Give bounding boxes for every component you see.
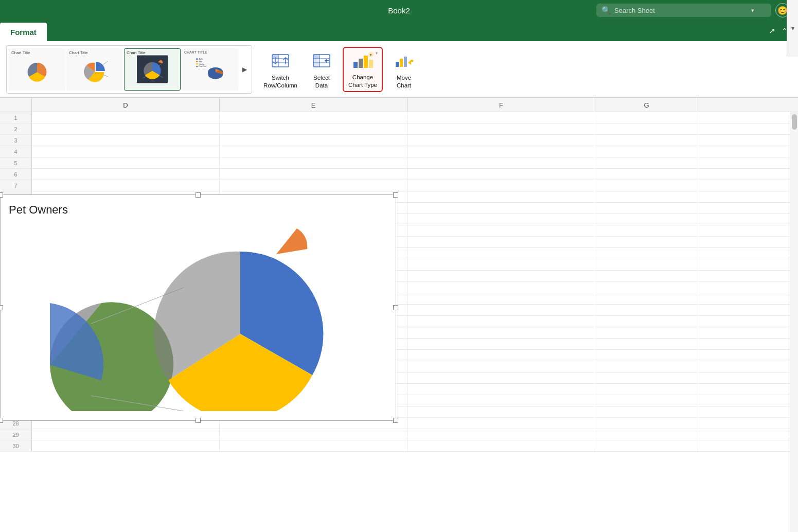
change-chart-type-button[interactable]: ▾ Change Chart Type ▾: [343, 47, 383, 92]
chart-style-2[interactable]: Chart Title: [66, 48, 123, 91]
search-bar[interactable]: 🔍 ▾: [596, 4, 771, 17]
switch-rowcol-button[interactable]: Switch Row/Column: [260, 47, 300, 92]
svg-line-1: [102, 61, 108, 65]
table-row: 29: [0, 429, 798, 440]
chart-handle-e[interactable]: [393, 305, 398, 310]
chart-handle-n[interactable]: [196, 192, 201, 198]
ribbon-collapse-icon: ▾: [791, 25, 794, 32]
svg-rect-34: [396, 62, 399, 67]
move-chart-button[interactable]: Move Chart: [384, 47, 424, 92]
svg-line-2: [103, 75, 108, 77]
svg-text:▾: ▾: [370, 53, 372, 57]
col-header-f[interactable]: F: [407, 98, 595, 112]
column-headers: D E F G: [0, 98, 798, 112]
change-chart-type-label: Change Chart Type: [348, 74, 377, 89]
title-bar-right: 🔍 ▾ 😊: [596, 3, 790, 17]
table-row: 5: [0, 157, 798, 169]
workbook-title: Book2: [388, 6, 410, 15]
chart-style-3-preview: [137, 55, 168, 83]
chart-svg: [9, 221, 369, 411]
table-row: 30: [0, 440, 798, 452]
move-chart-label: Move Chart: [397, 74, 411, 90]
svg-text:Gamma: Gamma: [199, 63, 204, 65]
title-bar: Book2 🔍 ▾ 😊: [0, 0, 798, 21]
table-row: 3: [0, 135, 798, 146]
chart-type-dropdown-arrow[interactable]: ▾: [376, 51, 378, 56]
svg-rect-26: [313, 59, 320, 63]
chart-title: Pet Owners: [9, 203, 387, 217]
svg-rect-7: [196, 59, 198, 60]
col-header-g[interactable]: G: [595, 98, 698, 112]
chart-style-1[interactable]: Chart Title: [9, 48, 65, 91]
search-input[interactable]: [614, 7, 748, 14]
search-icon: 🔍: [601, 6, 611, 15]
chart-style-4-preview: Alpha Beta Gamma Final-Final: [194, 55, 225, 83]
table-row: 1: [0, 112, 798, 123]
chart-style-2-preview: [79, 55, 110, 83]
svg-rect-35: [400, 59, 403, 67]
tab-format[interactable]: Format: [0, 23, 47, 41]
chart-content-area: Pet Owners: [1, 195, 396, 417]
move-chart-icon: [393, 49, 415, 72]
svg-rect-31: [369, 60, 373, 68]
col-header-e[interactable]: E: [220, 98, 407, 112]
svg-rect-28: [353, 62, 358, 68]
svg-rect-29: [359, 59, 363, 68]
select-data-label: Select Data: [313, 74, 330, 90]
svg-text:Alpha: Alpha: [199, 58, 203, 60]
table-row: 6: [0, 169, 798, 180]
table-row: 4: [0, 146, 798, 157]
svg-rect-27: [313, 63, 320, 67]
chart-handle-se[interactable]: [393, 418, 398, 423]
switch-rowcol-icon: [269, 49, 292, 72]
share-icon: ↗: [769, 26, 775, 36]
svg-rect-25: [313, 55, 320, 59]
chart-styles-gallery: Chart Title Chart Title Chart T: [6, 45, 252, 94]
spreadsheet-area: D E F G 1 2 3 4 5 6 7 8 9 10 11 12 13 14…: [0, 98, 798, 532]
ribbon-tab-row: Format ↗ ⌃: [0, 21, 798, 41]
ribbon-collapse-button[interactable]: ▾: [787, 0, 798, 57]
chart-style-3[interactable]: Chart Title: [124, 48, 181, 91]
gallery-scroll-right[interactable]: ▶: [239, 48, 250, 91]
chart-handle-nw[interactable]: [0, 192, 3, 198]
svg-rect-8: [196, 61, 198, 62]
search-dropdown-icon[interactable]: ▾: [751, 7, 754, 14]
table-row: 2: [0, 123, 798, 135]
svg-rect-9: [196, 63, 198, 64]
chart-handle-w[interactable]: [0, 305, 3, 310]
ribbon-button-group: Switch Row/Column Select Data: [252, 47, 432, 92]
svg-rect-30: [364, 56, 368, 68]
chart-style-4[interactable]: CHART TITLE Alpha Beta Gamma Final-Final: [182, 48, 238, 91]
chart-object[interactable]: Pet Owners: [0, 194, 396, 421]
change-chart-type-icon: ▾: [351, 50, 374, 72]
svg-text:Beta: Beta: [199, 61, 202, 63]
ribbon: Chart Title Chart Title Chart T: [0, 41, 798, 98]
chart-handle-sw[interactable]: [0, 418, 3, 423]
svg-text:Final-Final: Final-Final: [199, 65, 206, 67]
scrollbar-thumb[interactable]: [792, 114, 797, 130]
select-data-button[interactable]: Select Data: [302, 47, 342, 92]
table-row: 7: [0, 180, 798, 191]
vertical-scrollbar[interactable]: [790, 112, 798, 532]
chart-handle-ne[interactable]: [393, 192, 398, 198]
svg-rect-36: [404, 57, 407, 67]
row-num-spacer: [0, 98, 32, 112]
switch-rowcol-label: Switch Row/Column: [263, 74, 297, 90]
chart-handle-s[interactable]: [196, 418, 201, 423]
chart-style-1-preview: [22, 55, 52, 83]
grid-container: 1 2 3 4 5 6 7 8 9 10 11 12 13 14 15 16 1…: [0, 112, 798, 532]
select-data-icon: [310, 49, 333, 72]
col-header-d[interactable]: D: [32, 98, 220, 112]
svg-rect-10: [196, 66, 198, 67]
